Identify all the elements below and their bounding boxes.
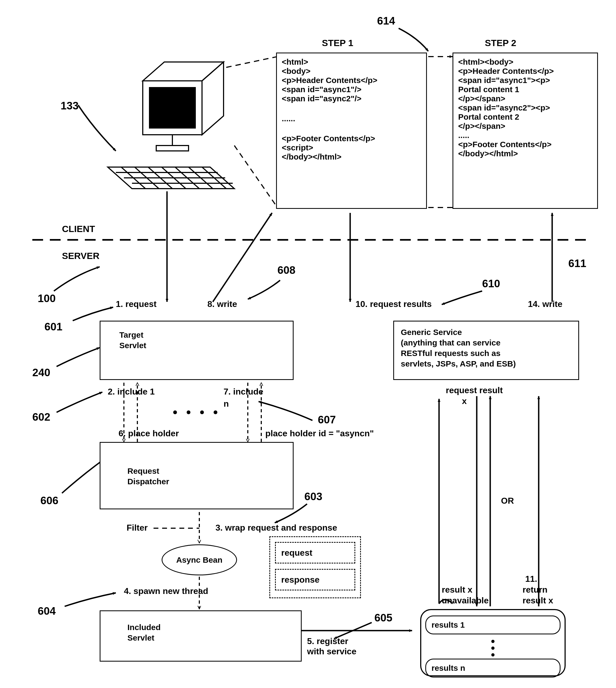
svg-line-13 [189, 167, 213, 189]
refnum-133: 133 [61, 100, 79, 112]
step1-l2: <body> [282, 67, 421, 76]
result-x-label: result x [442, 585, 472, 595]
flow-14-write: 14. write [528, 299, 563, 309]
svg-line-16 [234, 146, 278, 208]
unavailable-label: unavailable [442, 596, 489, 605]
refnum-240: 240 [32, 366, 50, 379]
refnum-611: 611 [568, 257, 586, 270]
step1-l3: <p>Header Contents</p> [282, 76, 421, 85]
step1-l6: ...... [282, 114, 421, 123]
flow-2-include1: 2. include 1 [108, 387, 155, 397]
flow-7b: n [224, 399, 229, 409]
step2-l7: Portal content 2 [458, 112, 592, 122]
filter-label: Filter [127, 523, 148, 533]
generic-service-label: Generic Service (anything that can servi… [401, 327, 572, 369]
included-servlet-box: Included Servlet [100, 610, 302, 662]
flow-8-write: 8. write [207, 299, 237, 309]
refnum-606: 606 [40, 495, 59, 507]
step2-l5: </p></span> [458, 94, 592, 103]
step2-label: STEP 2 [485, 38, 516, 48]
step2-l8: </p></span> [458, 122, 592, 131]
svg-line-12 [175, 167, 199, 189]
response-label: response [281, 575, 320, 585]
refnum-604: 604 [38, 605, 56, 617]
flow-3-wrap: 3. wrap request and response [216, 523, 337, 533]
step2-l10: <p>Footer Contents</p> [458, 140, 592, 149]
step1-box: <html> <body> <p>Header Contents</p> <sp… [276, 52, 427, 209]
step1-l1: <html> [282, 58, 421, 67]
svg-line-14 [202, 167, 226, 189]
step1-label: STEP 1 [322, 38, 353, 48]
flow-7p: place holder id = "asyncn" [265, 429, 374, 438]
results-container: results 1 results n [420, 609, 566, 676]
step2-l9: ..... [458, 131, 592, 140]
svg-line-11 [161, 167, 186, 189]
svg-line-9 [135, 167, 159, 189]
results-1-label: results 1 [432, 620, 465, 629]
flow-11a: 11. [525, 574, 537, 584]
flow-11b: return [523, 585, 547, 595]
svg-rect-2 [150, 88, 195, 128]
flow-4-spawn: 4. spawn new thread [124, 586, 208, 596]
step1-l4: <span id="async1"/> [282, 85, 421, 94]
step2-l1: <html><body> [458, 58, 592, 67]
included-servlet-label: Included Servlet [127, 622, 274, 643]
svg-point-28 [186, 410, 191, 414]
request-result-x2: x [462, 396, 467, 406]
step2-l11: </body></html> [458, 149, 592, 158]
svg-point-27 [173, 410, 177, 414]
svg-rect-1 [143, 81, 202, 135]
client-label: CLIENT [62, 224, 95, 234]
refnum-607: 607 [318, 414, 336, 426]
results-n-label: results n [432, 664, 465, 673]
flow-11c: result x [523, 596, 553, 605]
flow-6a: 6. place holder [118, 429, 179, 438]
flow-1-request: 1. request [116, 299, 156, 309]
refnum-610: 610 [482, 278, 500, 290]
request-dispatcher-label: Request Dispatcher [127, 466, 266, 487]
refnum-100: 100 [38, 293, 56, 304]
refnum-605: 605 [374, 612, 392, 624]
wrap-container: request response [269, 536, 361, 598]
refnum-603: 603 [304, 491, 323, 502]
svg-point-29 [200, 410, 204, 414]
results-1-box: results 1 [425, 616, 560, 635]
step2-l6: <span id="async2"><p> [458, 103, 592, 112]
request-result-x1: request result [446, 385, 503, 395]
refnum-601: 601 [44, 321, 63, 333]
refnum-614: 614 [377, 15, 395, 27]
svg-line-15 [226, 57, 278, 67]
step2-l3: <span id="async1"><p> [458, 76, 592, 85]
step2-box: <html><body> <p>Header Contents</p> <spa… [453, 52, 598, 209]
target-servlet-box: Target Servlet [100, 321, 293, 380]
async-bean-label: Async Bean [176, 555, 222, 564]
results-n-box: results n [425, 659, 560, 678]
generic-service-box: Generic Service (anything that can servi… [393, 321, 579, 380]
step2-l2: <p>Header Contents</p> [458, 67, 592, 76]
step1-l5: <span id="async2"/> [282, 94, 421, 103]
refnum-602: 602 [32, 411, 50, 423]
flow-7a: 7. include [224, 387, 263, 397]
refnum-608: 608 [278, 264, 295, 276]
svg-point-30 [214, 410, 217, 414]
or-label: OR [501, 496, 514, 506]
step1-l7: <p>Footer Contents</p> [282, 134, 421, 143]
svg-line-20 [213, 213, 272, 302]
request-label: request [281, 548, 312, 558]
request-dispatcher-box: Request Dispatcher [100, 442, 293, 509]
svg-line-10 [148, 167, 172, 189]
response-box: response [275, 569, 355, 590]
step1-l8: <script> [282, 143, 421, 152]
flow-10-request-results: 10. request results [355, 299, 432, 309]
svg-rect-4 [156, 146, 189, 151]
step1-l9: </body></html> [282, 152, 421, 162]
step2-l4: Portal content 1 [458, 85, 592, 94]
request-box: request [275, 542, 355, 563]
target-servlet-label: Target Servlet [119, 329, 274, 351]
async-bean-oval: Async Bean [161, 544, 237, 575]
flow-5-register: 5. register with service [307, 636, 361, 657]
svg-line-8 [121, 167, 146, 189]
server-label: SERVER [62, 251, 100, 261]
